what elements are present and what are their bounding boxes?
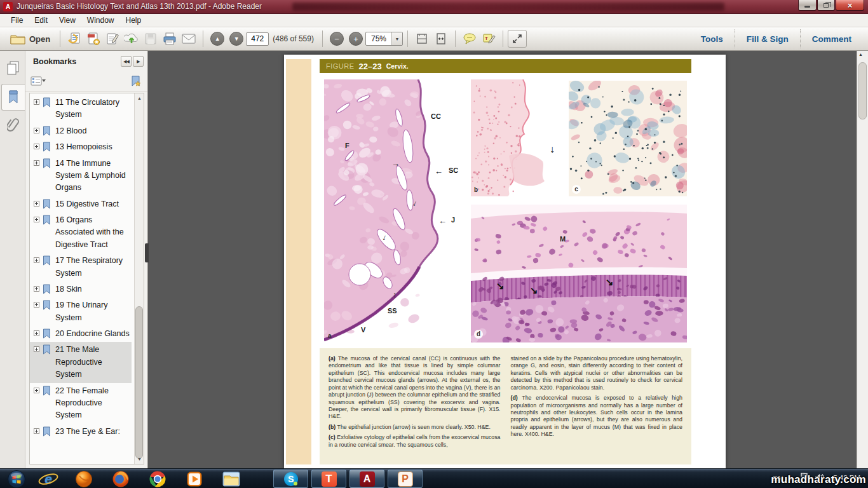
fullscreen-button[interactable] [508, 30, 527, 48]
email-button[interactable] [179, 30, 198, 48]
bookmarks-tab[interactable] [1, 84, 25, 111]
expander-icon[interactable] [34, 346, 39, 352]
menu-help[interactable]: Help [120, 15, 147, 26]
previous-page-button[interactable]: ▲ [208, 30, 227, 48]
expander-icon[interactable] [34, 388, 39, 393]
powerpoint-letter: P [398, 471, 413, 487]
bookmark-item[interactable]: 18 Skin [30, 281, 132, 297]
comment-bubble-button[interactable] [460, 30, 479, 48]
bookmark-options-icon[interactable] [31, 76, 47, 89]
expander-icon[interactable] [34, 160, 39, 166]
new-bookmark-icon[interactable] [130, 75, 142, 90]
zoom-out-button[interactable]: − [327, 30, 346, 48]
bookmark-item[interactable]: 14 The Immune System & Lymphoid Organs [30, 156, 132, 196]
expander-icon[interactable] [34, 302, 39, 308]
caption-right-column: stained on a slide by the Papanicolaou p… [511, 355, 683, 458]
send-upload-button[interactable] [122, 30, 141, 48]
comment-tab[interactable]: Comment [801, 34, 863, 44]
firefox-icon[interactable] [108, 470, 133, 488]
text-note-button[interactable]: T [479, 30, 498, 48]
fit-width-button[interactable] [431, 30, 451, 48]
fill-sign-tab[interactable]: Fill & Sign [735, 34, 800, 44]
sign-button[interactable] [103, 30, 122, 48]
bookmark-item[interactable]: 13 Hemopoiesis [30, 139, 132, 155]
bookmark-item[interactable]: 15 Digestive Tract [30, 196, 132, 212]
adobe-reader-taskbar-button[interactable]: A [349, 470, 384, 488]
expander-icon[interactable] [34, 286, 39, 292]
expand-panel-button[interactable]: ▶ [133, 56, 144, 67]
next-page-button[interactable]: ▼ [227, 30, 246, 48]
arrow-left-icon: ← [438, 217, 447, 225]
bookmark-item[interactable]: 20 Endocrine Glands [30, 326, 132, 342]
open-button[interactable]: Open [5, 30, 55, 48]
page-thumbnails-tab[interactable] [1, 55, 25, 81]
media-player-icon[interactable] [182, 470, 207, 488]
expander-icon[interactable] [34, 201, 39, 207]
export-pdf-button[interactable] [84, 30, 103, 48]
expander-icon[interactable] [34, 428, 39, 434]
document-scrollbar[interactable]: ▲ [857, 51, 868, 468]
bookmark-item[interactable]: 19 The Urinary System [30, 297, 132, 326]
scrollbar-thumb[interactable] [135, 306, 143, 459]
zoom-in-button[interactable]: + [346, 30, 365, 48]
arrow-down-right-icon: ↘ [530, 285, 538, 295]
window-title: Junqueiras Basic Histology Text and Atla… [17, 2, 262, 11]
scroll-up-icon[interactable]: ▲ [858, 52, 863, 57]
powerpoint-taskbar-button[interactable]: P [388, 470, 423, 488]
close-button[interactable]: × [836, 0, 864, 11]
expander-icon[interactable] [34, 144, 39, 149]
scroll-down-icon[interactable]: ▼ [135, 454, 144, 464]
tools-tab[interactable]: Tools [689, 34, 735, 44]
restore-button[interactable] [817, 0, 835, 11]
bookmark-item[interactable]: 23 The Eye & Ear: [30, 424, 132, 440]
minimize-button[interactable] [798, 0, 817, 11]
scrollbar-thumb[interactable] [858, 62, 867, 119]
bookmark-icon [43, 97, 51, 111]
windows-explorer-icon[interactable] [219, 470, 244, 488]
bookmark-icon [43, 426, 51, 440]
skype-taskbar-button[interactable]: S [273, 470, 308, 488]
menu-edit[interactable]: Edit [29, 15, 53, 26]
bookmark-item-selected[interactable]: 21 The Male Reproductive System [30, 342, 132, 383]
bookmark-label: 21 The Male Reproductive System [55, 345, 102, 379]
chevron-down-icon[interactable]: ▼ [391, 32, 402, 45]
save-button[interactable] [141, 30, 160, 48]
fit-page-button[interactable] [412, 30, 431, 48]
expander-icon[interactable] [34, 128, 39, 133]
bookmark-item[interactable]: 16 Organs Associated with the Digestive … [30, 212, 132, 253]
print-button[interactable] [160, 30, 179, 48]
orange-app-icon[interactable] [71, 470, 97, 488]
expander-icon[interactable] [34, 330, 39, 336]
collapse-panel-button[interactable]: ◀◀ [121, 56, 132, 67]
attachments-tab[interactable] [1, 112, 25, 139]
start-button[interactable] [4, 470, 29, 488]
chrome-icon[interactable] [145, 470, 170, 488]
watermark-text: muhadharaty.com [771, 473, 866, 486]
create-pdf-button[interactable] [65, 30, 84, 48]
bookmark-item[interactable]: 12 Blood [30, 123, 132, 139]
t-app-letter: T [322, 471, 337, 487]
caption-text: stained on a slide by the Papanicolaou p… [511, 355, 683, 391]
t-app-taskbar-button[interactable]: T [311, 470, 346, 488]
bookmark-label: 13 Hemopoiesis [55, 142, 112, 151]
bookmark-item[interactable]: 17 The Respiratory System [30, 253, 132, 281]
menu-file[interactable]: File [5, 15, 29, 26]
bookmark-item[interactable]: 22 The Female Reproductive System [30, 383, 132, 424]
menu-window[interactable]: Window [81, 15, 120, 26]
bookmark-label: 18 Skin [55, 285, 82, 294]
label-sc: SC [449, 166, 458, 174]
page-number-input[interactable] [246, 32, 269, 46]
page-count-label: (486 of 559) [273, 34, 314, 43]
bookmarks-panel: Bookmarks ◀◀ ▶ 11 The Circulatory System… [25, 51, 148, 468]
internet-explorer-icon[interactable]: e [36, 470, 61, 488]
menu-view[interactable]: View [53, 15, 81, 26]
bookmark-item[interactable]: 11 The Circulatory System [30, 95, 132, 123]
adobe-reader-letter: A [360, 471, 375, 487]
expander-icon[interactable] [34, 217, 39, 222]
bookmarks-scrollbar[interactable]: ▲ ▼ [134, 93, 144, 464]
bookmark-icon [43, 386, 51, 400]
zoom-level-select[interactable]: 75% ▼ [365, 32, 403, 46]
scroll-up-icon[interactable]: ▲ [135, 93, 144, 103]
expander-icon[interactable] [34, 257, 39, 263]
expander-icon[interactable] [34, 99, 39, 105]
